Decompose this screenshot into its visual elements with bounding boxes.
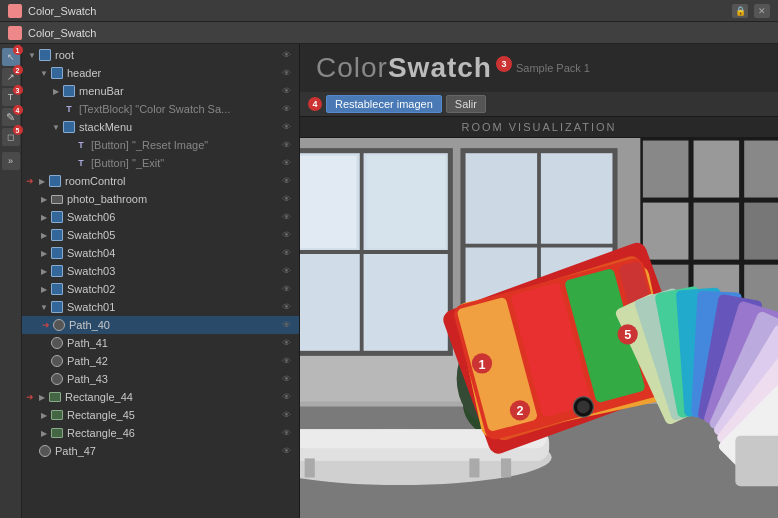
icon-swatch01 [50,300,64,314]
arrow-root: ▼ [26,49,38,61]
label-swatch03: Swatch03 [67,265,279,277]
tree-item-rect45[interactable]: ▶ Rectangle_45 👁 [22,406,299,424]
lock-btn[interactable]: 🔒 [732,4,748,18]
second-title: Color_Swatch [28,27,96,39]
bathroom-scene: 1 2 5 [300,138,778,518]
tree-item-roomcontrol[interactable]: ➜ ▶ roomControl 👁 [22,172,299,190]
tree-item-exitbtn[interactable]: ▶ T [Button] "_Exit" 👁 [22,154,299,172]
icon-path40 [52,318,66,332]
tree-item-rect46[interactable]: ▶ Rectangle_46 👁 [22,424,299,442]
shape-tool[interactable]: ◻ 5 [2,128,20,146]
eye-stackmenu[interactable]: 👁 [279,120,293,134]
svg-rect-10 [367,156,446,248]
second-bar: Color_Swatch [0,22,778,44]
tree-item-swatch02[interactable]: ▶ Swatch02 👁 [22,280,299,298]
second-icon [8,26,22,40]
arrow-menubar: ▶ [50,85,62,97]
tree-item-header[interactable]: ▼ header 👁 [22,64,299,82]
tree-item-resetbtn[interactable]: ▶ T [Button] "_Reset Image" 👁 [22,136,299,154]
tree-item-stackmenu[interactable]: ▼ stackMenu 👁 [22,118,299,136]
eye-path47[interactable]: 👁 [279,444,293,458]
icon-swatch06 [50,210,64,224]
sample-text: Sample Pack 1 [516,62,590,74]
exit-button[interactable]: Salir [446,95,486,113]
icon-stackmenu [62,120,76,134]
arrow-photobathroom: ▶ [38,193,50,205]
arrow-rect45: ▶ [38,409,50,421]
eye-photobathroom[interactable]: 👁 [279,192,293,206]
eye-swatch06[interactable]: 👁 [279,210,293,224]
content-panel: Color Swatch 3 Sample Pack 1 4 Restablec… [300,44,778,518]
label-swatch05: Swatch05 [67,229,279,241]
eye-rect46[interactable]: 👁 [279,426,293,440]
icon-exitbtn: T [74,156,88,170]
eye-header[interactable]: 👁 [279,66,293,80]
eye-roomcontrol[interactable]: 👁 [279,174,293,188]
icon-root [38,48,52,62]
tree-item-menubar[interactable]: ▶ menuBar 👁 [22,82,299,100]
tree-item-swatch04[interactable]: ▶ Swatch04 👁 [22,244,299,262]
label-path42: Path_42 [67,355,279,367]
arrow-swatch01: ▼ [38,301,50,313]
eye-path41[interactable]: 👁 [279,336,293,350]
sample-badge: 3 [496,56,512,72]
eye-swatch01[interactable]: 👁 [279,300,293,314]
svg-rect-16 [643,141,689,198]
icon-rect45 [50,408,64,422]
label-path40: Path_40 [69,319,279,331]
select-tool[interactable]: ↖ 1 [2,48,20,66]
icon-rect46 [50,426,64,440]
tree-item-path43[interactable]: Path_43 👁 [22,370,299,388]
label-swatch06: Swatch06 [67,211,279,223]
eye-swatch05[interactable]: 👁 [279,228,293,242]
tree-item-swatch01[interactable]: ▼ Swatch01 👁 [22,298,299,316]
label-textblock: [TextBlock] "Color Swatch Sa... [79,103,279,115]
eye-resetbtn[interactable]: 👁 [279,138,293,152]
eye-swatch04[interactable]: 👁 [279,246,293,260]
eye-swatch03[interactable]: 👁 [279,264,293,278]
icon-path47 [38,444,52,458]
tree-item-path42[interactable]: Path_42 👁 [22,352,299,370]
red-arrow-path40: ➜ [42,320,50,330]
tree-item-path47[interactable]: Path_47 👁 [22,442,299,460]
close-btn[interactable]: ✕ [754,4,770,18]
eye-path43[interactable]: 👁 [279,372,293,386]
red-arrow-rect44: ➜ [26,392,34,402]
title-controls: 🔒 ✕ [732,4,770,18]
label-rect44: Rectangle_44 [65,391,279,403]
tree-item-swatch06[interactable]: ▶ Swatch06 👁 [22,208,299,226]
svg-text:2: 2 [516,404,523,418]
direct-select-tool[interactable]: ↗ 2 [2,68,20,86]
eye-path40[interactable]: 👁 [279,318,293,332]
eye-swatch02[interactable]: 👁 [279,282,293,296]
label-resetbtn: [Button] "_Reset Image" [91,139,279,151]
label-rect45: Rectangle_45 [67,409,279,421]
eye-path42[interactable]: 👁 [279,354,293,368]
svg-rect-65 [735,436,778,487]
text-tool[interactable]: T 3 [2,88,20,106]
arrow-swatch05: ▶ [38,229,50,241]
eye-menubar[interactable]: 👁 [279,84,293,98]
eye-rect44[interactable]: 👁 [279,390,293,404]
arrow-swatch03: ▶ [38,265,50,277]
tree-item-textblock[interactable]: ▶ T [TextBlock] "Color Swatch Sa... 👁 [22,100,299,118]
tree-item-photobathroom[interactable]: ▶ photo_bathroom 👁 [22,190,299,208]
tree-item-rect44[interactable]: ➜ ▶ Rectangle_44 👁 [22,388,299,406]
tree-item-root[interactable]: ▼ root 👁 [22,46,299,64]
eye-exitbtn[interactable]: 👁 [279,156,293,170]
eye-rect45[interactable]: 👁 [279,408,293,422]
tree-item-swatch03[interactable]: ▶ Swatch03 👁 [22,262,299,280]
svg-rect-43 [501,458,511,477]
tree-item-path41[interactable]: Path_41 👁 [22,334,299,352]
eye-textblock[interactable]: 👁 [279,102,293,116]
toolbar-bar: 4 Restablecer imagen Salir [300,92,778,117]
title-bar: Color_Swatch 🔒 ✕ [0,0,778,22]
more-tools[interactable]: » [2,152,20,170]
tree-item-swatch05[interactable]: ▶ Swatch05 👁 [22,226,299,244]
arrow-header: ▼ [38,67,50,79]
svg-rect-41 [305,458,315,477]
tree-item-path40[interactable]: ➜ Path_40 👁 [22,316,299,334]
eye-root[interactable]: 👁 [279,48,293,62]
pen-tool[interactable]: ✎ 4 [2,108,20,126]
reset-image-button[interactable]: Restablecer imagen [326,95,442,113]
